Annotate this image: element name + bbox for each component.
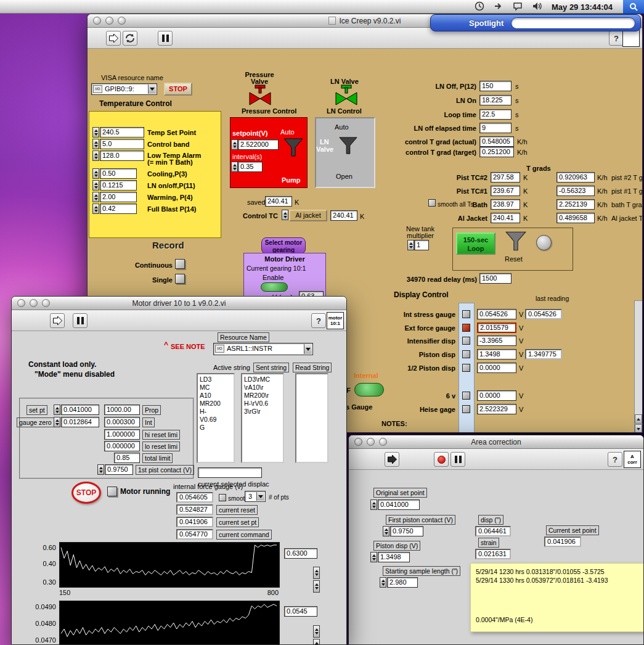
half-piston-disp-toggle[interactable] [462, 364, 470, 372]
graph2-scale-spinner[interactable] [313, 639, 320, 645]
setpoint-field[interactable]: 2.522000 [238, 139, 279, 150]
help-button[interactable]: ? [311, 313, 326, 328]
volume-menu-icon[interactable] [532, 1, 542, 12]
pause-button[interactable] [450, 452, 465, 467]
read-string-box[interactable] [295, 373, 328, 463]
enable-button[interactable] [261, 282, 288, 292]
ext-force-gauge-toggle[interactable] [462, 324, 470, 332]
vertical-scrollbar[interactable] [634, 300, 643, 433]
spinner[interactable] [370, 499, 377, 510]
gauge-select-button[interactable] [354, 383, 384, 396]
first-piston-contact-field[interactable]: 0.9750 [390, 526, 423, 536]
spinner[interactable] [383, 526, 389, 536]
smooth-checkbox[interactable] [219, 494, 226, 501]
graph1-scale-spinner[interactable] [313, 580, 320, 593]
spinner[interactable] [380, 577, 386, 588]
total-limit-field[interactable]: 0.85 [114, 453, 140, 463]
original-set-point-field[interactable]: 0.041000 [378, 499, 420, 510]
set-pt-field[interactable]: 0.041000 [61, 405, 99, 415]
control-band-field[interactable]: 5.0 [100, 139, 144, 149]
run-button[interactable] [50, 313, 65, 328]
zoom-button[interactable] [118, 17, 126, 25]
vi-icon[interactable]: Acorr [624, 451, 641, 468]
vi-icon[interactable] [622, 30, 640, 47]
visa-resource-dropdown[interactable]: I/O GPIB0::9: [91, 83, 157, 95]
scroll-down-button[interactable] [635, 424, 642, 433]
single-checkbox[interactable] [175, 274, 185, 284]
run-button[interactable] [106, 31, 121, 46]
graph2-scale-spinner[interactable] [313, 625, 320, 638]
scroll-up-button[interactable] [635, 414, 642, 424]
loop-button[interactable]: 150-secLoop [456, 232, 495, 255]
help-button[interactable]: ? [609, 31, 624, 46]
menu-clock[interactable]: May 29 13:44:04 [552, 2, 613, 12]
chevron-down-icon[interactable] [148, 84, 156, 94]
spinner[interactable] [231, 162, 238, 172]
continuous-checkbox[interactable] [175, 259, 185, 269]
six-v-toggle[interactable] [462, 392, 470, 400]
sent-string-box[interactable]: LD3\rMC\rA10\rMR200\rH-\rV0.63\rG\r [241, 373, 284, 463]
hi-reset-field[interactable]: 1.000000 [104, 429, 140, 440]
int-stress-gauge-toggle[interactable] [462, 310, 470, 318]
select-motor-gearing-button[interactable]: Select motorgearing [261, 237, 306, 254]
pause-button[interactable] [158, 31, 173, 46]
starting-sample-length-field[interactable]: 2.980 [387, 577, 418, 588]
new-tank-field[interactable]: 1 [414, 240, 429, 250]
read-delay-field[interactable]: 1500 [479, 273, 512, 284]
spinner[interactable] [92, 192, 99, 202]
spinner[interactable] [370, 552, 377, 562]
spinner[interactable] [92, 180, 99, 191]
minimize-button[interactable] [105, 17, 113, 25]
gauge-zero-field[interactable]: 0.012864 [61, 417, 99, 427]
chat-menu-icon[interactable] [513, 1, 523, 12]
spinner[interactable] [92, 127, 99, 138]
abort-button[interactable] [434, 452, 449, 467]
spinner[interactable] [54, 417, 60, 427]
motor-titlebar[interactable]: Motor driver 10 to 1 v9.0.2.vi [12, 297, 346, 310]
spinner[interactable] [97, 464, 104, 475]
ln-off-field[interactable]: 150 [479, 81, 512, 91]
spotlight-search-input[interactable] [511, 17, 635, 29]
num-pts-dropdown[interactable]: 3 [245, 491, 266, 502]
zoom-button[interactable] [379, 438, 387, 446]
reset-button[interactable] [536, 235, 552, 250]
piston-disp-field[interactable]: 1.3498 [378, 552, 410, 562]
minimize-button[interactable] [30, 299, 38, 307]
int-field[interactable]: 0.000300 [104, 417, 140, 427]
heise-gage-toggle[interactable] [462, 405, 470, 413]
close-button[interactable] [354, 438, 362, 446]
zoom-button[interactable] [42, 299, 50, 307]
graph1-scale-spinner[interactable] [313, 567, 320, 579]
interval-field[interactable]: 0.35 [238, 162, 263, 172]
ln-valve-funnel-icon[interactable] [338, 136, 358, 158]
prop-field[interactable]: 1000.00 [104, 405, 140, 415]
full-blast-field[interactable]: 0.42 [100, 203, 137, 214]
run-button[interactable] [385, 452, 399, 467]
run-continuously-button[interactable] [123, 31, 137, 46]
spinner[interactable] [92, 150, 99, 161]
spinner[interactable] [92, 168, 99, 179]
cooling-field[interactable]: 0.50 [100, 168, 137, 179]
pause-button[interactable] [73, 313, 88, 328]
area-titlebar[interactable]: Area correction [349, 435, 643, 449]
help-button[interactable]: ? [608, 452, 622, 467]
piston-disp-toggle[interactable] [462, 350, 470, 358]
lo-reset-field[interactable]: 0.000000 [104, 441, 140, 451]
minimize-button[interactable] [367, 438, 375, 446]
spinner[interactable] [231, 139, 238, 150]
tgrad-target-field[interactable]: 0.251200 [479, 147, 514, 157]
arrow-menu-icon[interactable] [494, 1, 503, 12]
stop-button[interactable]: STOP [164, 83, 192, 96]
close-button[interactable] [93, 17, 101, 25]
temp-set-point-field[interactable]: 240.5 [100, 127, 144, 138]
clock-menu-icon[interactable] [475, 1, 484, 12]
spinner[interactable] [54, 405, 60, 415]
chevron-down-icon[interactable] [256, 492, 264, 501]
active-string-box[interactable]: LD3MCA10MR200H-V0.69G [197, 373, 235, 463]
warming-field[interactable]: 2.00 [100, 192, 137, 202]
spinner[interactable] [282, 210, 288, 220]
motor-stop-button[interactable]: STOP [71, 482, 101, 504]
motor-running-checkbox[interactable] [107, 487, 117, 496]
first-pist-contact-field[interactable]: 0.9750 [105, 464, 133, 475]
intensifier-disp-toggle[interactable] [462, 337, 470, 345]
